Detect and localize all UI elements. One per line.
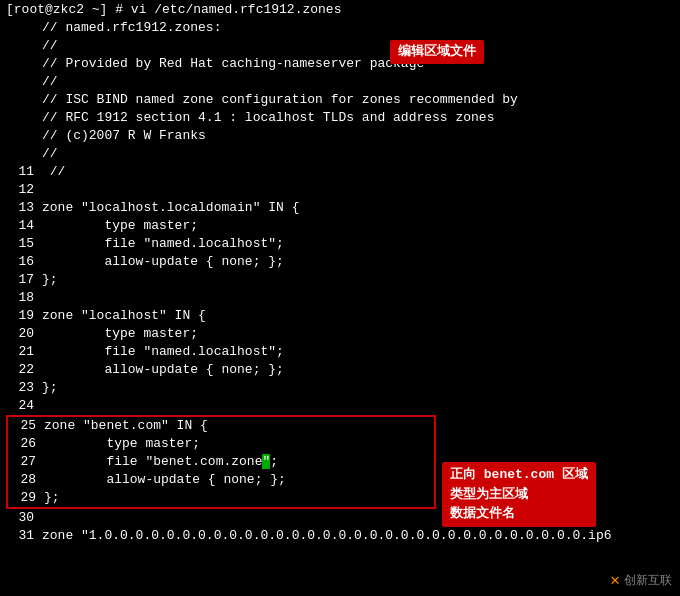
line-21: 21 file "named.localhost"; — [6, 343, 674, 361]
line-18: 18 — [6, 289, 674, 307]
prompt-hash: # — [107, 2, 130, 17]
line-24: 24 — [6, 397, 674, 415]
watermark-icon: ✕ — [610, 570, 620, 590]
line-19: 19 zone "localhost" IN { — [6, 307, 674, 325]
highlight-box: 25 zone "benet.com" IN { 26 type master;… — [6, 415, 436, 509]
watermark: ✕ 创新互联 — [610, 570, 672, 590]
line-14: 14 type master; — [6, 217, 674, 235]
line-31: 31 zone "1.0.0.0.0.0.0.0.0.0.0.0.0.0.0.0… — [6, 527, 674, 545]
line-29: 29 }; — [8, 489, 434, 507]
line-20: 20 type master; — [6, 325, 674, 343]
code-comment-2: // — [6, 37, 674, 55]
watermark-text: 创新互联 — [624, 572, 672, 589]
line-26: 26 type master; — [8, 435, 434, 453]
code-comment-3: // Provided by Red Hat caching-nameserve… — [6, 55, 674, 73]
code-comment-4: // — [6, 73, 674, 91]
code-comment-1: // named.rfc1912.zones: — [6, 19, 674, 37]
code-comment-7: // (c)2007 R W Franks — [6, 127, 674, 145]
annotation-zone-info: 正向 benet.com 区域类型为主区域数据文件名 — [442, 462, 596, 527]
prompt-user: [root@zkc2 ~] — [6, 2, 107, 17]
line-13: 13 zone "localhost.localdomain" IN { — [6, 199, 674, 217]
line-25: 25 zone "benet.com" IN { — [8, 417, 434, 435]
title-bar: [root@zkc2 ~] # vi /etc/named.rfc1912.zo… — [0, 0, 680, 19]
line-23: 23 }; — [6, 379, 674, 397]
line-16: 16 allow-update { none; }; — [6, 253, 674, 271]
line-22: 22 allow-update { none; }; — [6, 361, 674, 379]
terminal: [root@zkc2 ~] # vi /etc/named.rfc1912.zo… — [0, 0, 680, 596]
green-cursor-char: " — [262, 454, 270, 469]
code-comment-6: // RFC 1912 section 4.1 : localhost TLDs… — [6, 109, 674, 127]
line-11: 11 // — [6, 163, 674, 181]
line-17: 17 }; — [6, 271, 674, 289]
line-12: 12 — [6, 181, 674, 199]
line-28: 28 allow-update { none; }; — [8, 471, 434, 489]
line-15: 15 file "named.localhost"; — [6, 235, 674, 253]
code-comment-5: // ISC BIND named zone configuration for… — [6, 91, 674, 109]
command-text: vi /etc/named.rfc1912.zones — [131, 2, 342, 17]
annotation-edit-zone: 编辑区域文件 — [390, 40, 484, 64]
code-comment-8: // — [6, 145, 674, 163]
line-27: 27 file "benet.com.zone"; — [8, 453, 434, 471]
